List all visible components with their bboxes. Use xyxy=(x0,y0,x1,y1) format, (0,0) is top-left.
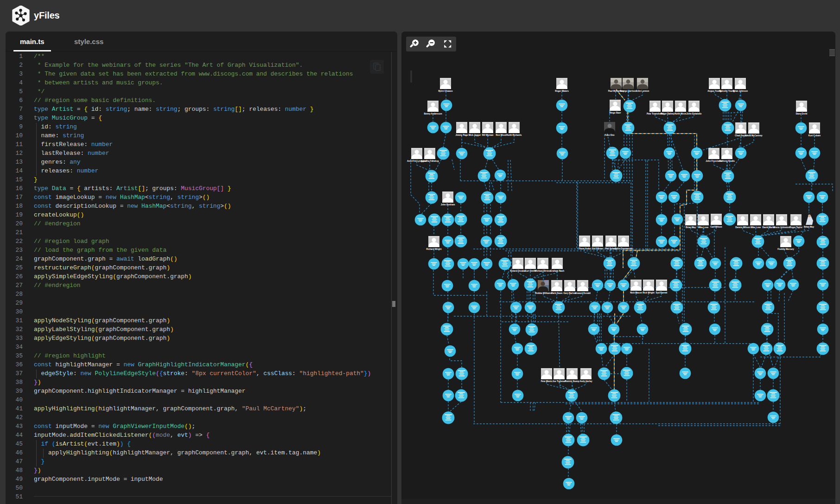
svg-text:Keith Richards: Keith Richards xyxy=(507,134,522,136)
svg-text:Roger Daltrey: Roger Daltrey xyxy=(661,113,675,115)
svg-text:Syd Barrett: Syd Barrett xyxy=(656,292,668,294)
svg-text:Kurt Cobain: Kurt Cobain xyxy=(808,134,821,137)
svg-text:Roger Taylor: Roger Taylor xyxy=(789,226,802,229)
svg-text:Bruce Johnston: Bruce Johnston xyxy=(774,226,790,229)
svg-text:Bill Wyman: Bill Wyman xyxy=(482,134,494,136)
svg-text:Dave Grohl: Dave Grohl xyxy=(796,113,808,115)
svg-text:Michael Shrieve: Michael Shrieve xyxy=(535,270,551,272)
svg-text:Dennis Wilson: Dennis Wilson xyxy=(735,226,750,229)
svg-text:Richard Wright: Richard Wright xyxy=(426,248,442,250)
svg-text:Colin Greenwood: Colin Greenwood xyxy=(615,248,632,250)
svg-text:Björn Ulvaeus: Björn Ulvaeus xyxy=(439,90,453,92)
svg-text:Thom Yorke: Thom Yorke xyxy=(579,248,591,250)
svg-text:John Entwistle: John Entwistle xyxy=(687,113,702,115)
svg-text:Curt Smith: Curt Smith xyxy=(525,270,536,272)
svg-text:Rick Wright: Rick Wright xyxy=(643,292,655,294)
svg-text:Pete Wentz: Pete Wentz xyxy=(541,380,553,383)
svg-text:Mike Love: Mike Love xyxy=(698,226,709,229)
svg-text:Joe Trohman: Joe Trohman xyxy=(553,380,566,383)
svg-text:Howard Donald: Howard Donald xyxy=(575,292,591,294)
svg-text:Ron Wood: Ron Wood xyxy=(496,134,507,136)
svg-text:Andy Hurley: Andy Hurley xyxy=(579,380,592,383)
svg-text:Anthony Kiedis: Anthony Kiedis xyxy=(719,160,735,162)
svg-text:Mike Love: Mike Love xyxy=(751,226,761,229)
svg-text:Graham Nash: Graham Nash xyxy=(550,270,564,272)
svg-text:Malcolm Young: Malcolm Young xyxy=(719,90,735,92)
svg-text:Brian May: Brian May xyxy=(686,226,696,229)
svg-text:John Lennon: John Lennon xyxy=(636,90,649,92)
svg-text:John Bonham: John Bonham xyxy=(441,204,455,206)
svg-text:Carl Wilson: Carl Wilson xyxy=(710,226,722,228)
svg-text:Keith Moon: Keith Moon xyxy=(675,113,686,115)
svg-text:Mark Owen: Mark Owen xyxy=(551,292,563,294)
svg-text:Yoko Ono: Yoko Ono xyxy=(605,134,615,136)
svg-text:Patrick Stump: Patrick Stump xyxy=(565,380,579,383)
svg-text:Brian May: Brian May xyxy=(804,226,814,228)
svg-text:Linda McCartney: Linda McCartney xyxy=(745,134,762,137)
svg-text:Jimmy Page: Jimmy Page xyxy=(456,134,468,136)
svg-text:Benny Andersson: Benny Andersson xyxy=(424,113,442,115)
svg-text:Freddie Mercury: Freddie Mercury xyxy=(777,248,794,250)
svg-text:Agnetha Fältskog: Agnetha Fältskog xyxy=(421,160,439,162)
svg-text:Roger Waters: Roger Waters xyxy=(555,90,569,92)
svg-text:Gary Barlow: Gary Barlow xyxy=(563,292,576,294)
svg-text:Ringo Starr: Ringo Starr xyxy=(609,112,621,114)
svg-text:Nick Mason: Nick Mason xyxy=(630,292,642,294)
svg-text:Roland Orzabal: Roland Orzabal xyxy=(510,270,526,272)
svg-text:Brian Johnson: Brian Johnson xyxy=(733,90,748,92)
svg-text:Mick Jagger: Mick Jagger xyxy=(469,134,481,136)
svg-text:Robbie Williams: Robbie Williams xyxy=(535,292,552,294)
svg-text:George Harrison: George Harrison xyxy=(620,90,636,92)
svg-text:Ed O'Brien: Ed O'Brien xyxy=(592,248,603,250)
